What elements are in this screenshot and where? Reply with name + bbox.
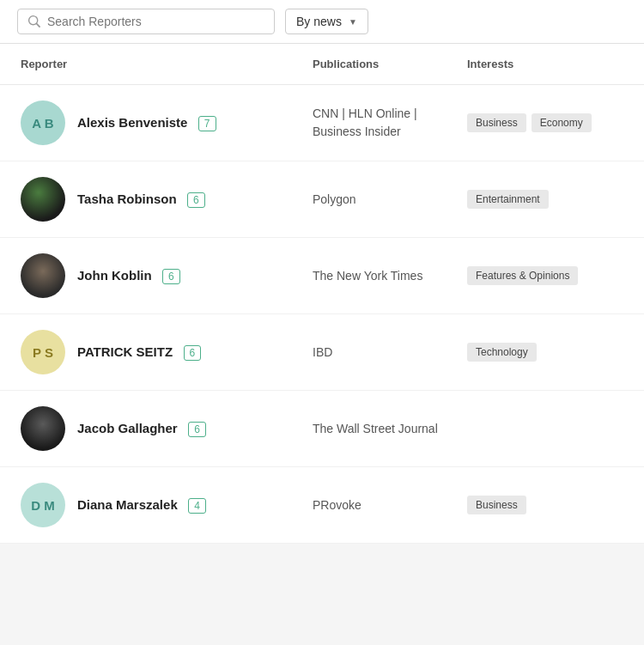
chevron-down-icon: ▼ xyxy=(349,17,357,27)
table-header: Reporter Publications Interests xyxy=(0,44,644,85)
search-icon xyxy=(28,15,40,27)
reporter-cell: D M Diana Marszalek 4 xyxy=(21,483,313,527)
publication-cell: Polygon xyxy=(313,191,467,209)
avatar xyxy=(21,253,65,298)
table-row[interactable]: Tasha Robinson 6 Polygon Entertainment xyxy=(0,161,644,238)
publication-cell: The Wall Street Journal xyxy=(313,420,467,438)
reporter-name: Alexis Benveniste xyxy=(77,115,187,130)
reporter-count: 4 xyxy=(188,498,206,514)
interests-cell: Entertainment xyxy=(467,190,623,209)
publication-cell: CNN | HLN Online | Business Insider xyxy=(313,105,467,141)
reporter-cell: John Koblin 6 xyxy=(21,253,313,298)
reporters-table: Reporter Publications Interests A B Alex… xyxy=(0,44,644,544)
reporter-name: PATRICK SEITZ xyxy=(77,344,173,359)
interests-cell: BusinessEconomy xyxy=(467,113,623,132)
search-wrapper[interactable] xyxy=(17,9,275,34)
table-row[interactable]: John Koblin 6 The New York Times Feature… xyxy=(0,238,644,314)
top-bar: By news ▼ xyxy=(0,0,644,44)
interest-tag: Entertainment xyxy=(467,190,549,209)
interests-cell: Technology xyxy=(467,343,623,362)
reporter-count: 6 xyxy=(162,269,180,284)
avatar: P S xyxy=(21,330,65,374)
publication-cell: IBD xyxy=(313,344,467,362)
interests-cell: Features & Opinions xyxy=(467,266,623,285)
table-row[interactable]: Jacob Gallagher 6 The Wall Street Journa… xyxy=(0,391,644,467)
reporter-name: Jacob Gallagher xyxy=(77,421,178,435)
reporter-name: John Koblin xyxy=(77,268,152,283)
search-input[interactable] xyxy=(47,15,264,28)
header-interests: Interests xyxy=(467,58,623,70)
interest-tag: Features & Opinions xyxy=(467,266,578,285)
avatar: D M xyxy=(21,483,65,527)
interest-tag: Business xyxy=(467,113,526,132)
publication-cell: PRovoke xyxy=(313,496,467,514)
interest-tag: Business xyxy=(467,496,526,514)
sort-label: By news xyxy=(296,15,342,28)
reporter-count: 6 xyxy=(187,192,205,208)
interests-cell: Business xyxy=(467,496,623,514)
avatar: A B xyxy=(21,100,65,145)
table-row[interactable]: A B Alexis Benveniste 7 CNN | HLN Online… xyxy=(0,85,644,161)
reporter-name: Tasha Robinson xyxy=(77,192,177,206)
reporter-cell: Jacob Gallagher 6 xyxy=(21,406,313,451)
reporter-count: 6 xyxy=(184,345,202,361)
sort-dropdown[interactable]: By news ▼ xyxy=(285,9,368,34)
reporter-cell: A B Alexis Benveniste 7 xyxy=(21,100,313,145)
table-row[interactable]: P S PATRICK SEITZ 6 IBD Technology xyxy=(0,314,644,391)
publication-cell: The New York Times xyxy=(313,267,467,285)
reporter-name: Diana Marszalek xyxy=(77,497,178,512)
avatar xyxy=(21,406,65,451)
header-publications: Publications xyxy=(313,58,467,70)
reporter-count: 7 xyxy=(198,116,216,131)
header-reporter: Reporter xyxy=(21,58,313,70)
interest-tag: Economy xyxy=(532,113,592,132)
table-row[interactable]: D M Diana Marszalek 4 PRovoke Business xyxy=(0,467,644,544)
reporter-count: 6 xyxy=(188,422,206,437)
reporter-cell: P S PATRICK SEITZ 6 xyxy=(21,330,313,374)
avatar xyxy=(21,177,65,222)
interest-tag: Technology xyxy=(467,343,537,362)
reporter-cell: Tasha Robinson 6 xyxy=(21,177,313,222)
table-body: A B Alexis Benveniste 7 CNN | HLN Online… xyxy=(0,85,644,544)
